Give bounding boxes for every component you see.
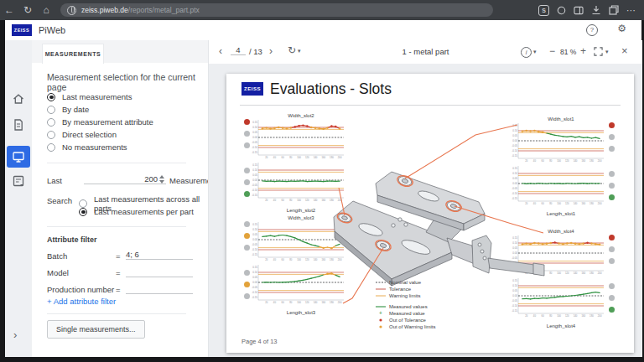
monitoring-icon[interactable]: [12, 150, 25, 163]
home-icon[interactable]: [12, 92, 25, 106]
radio-icon[interactable]: [47, 106, 55, 114]
traffic-light: [605, 115, 617, 168]
svg-text:0.05: 0.05: [252, 173, 257, 177]
radio-by-date[interactable]: By date: [47, 105, 89, 114]
filter-production-number-input[interactable]: [126, 283, 193, 294]
radio-icon[interactable]: [47, 143, 55, 152]
last-count-input[interactable]: 200: [84, 174, 166, 184]
download-icon[interactable]: [591, 5, 601, 15]
svg-text:180: 180: [589, 159, 594, 163]
add-attribute-filter-link[interactable]: + Add attribute filter: [47, 297, 116, 306]
svg-text:20: 20: [525, 314, 528, 318]
filter-batch-input[interactable]: 4; 6: [126, 250, 193, 260]
divider: [47, 226, 186, 227]
tab-measurements[interactable]: MEASUREMENTS: [42, 44, 104, 64]
svg-text:Width_slot3: Width_slot3: [288, 215, 314, 220]
svg-text:100: 100: [297, 301, 301, 304]
browser-home-icon[interactable]: ⌂: [37, 0, 55, 20]
radio-direct-selection[interactable]: Direct selection: [47, 130, 117, 139]
help-icon[interactable]: ?: [586, 24, 598, 36]
split-screen-icon[interactable]: [574, 6, 584, 15]
measurement-chart: Length_slot20.150.100.050.00-0.05-0.10-0…: [252, 160, 345, 214]
address-bar[interactable]: zeiss.piweb.de /reports/metal_part.ptx: [60, 3, 493, 17]
svg-text:120: 120: [305, 199, 309, 202]
traffic-light: [242, 214, 252, 267]
radio-by-measurement-attribute[interactable]: By measurement attribute: [47, 117, 153, 127]
traffic-light-red: [609, 122, 615, 128]
info-caret-icon[interactable]: ▾: [533, 49, 537, 55]
zoom-level: 81 %: [560, 48, 576, 56]
svg-text:140: 140: [574, 272, 578, 275]
radio-label: No measurements: [62, 142, 127, 152]
filter-model-input[interactable]: [126, 266, 193, 277]
zeiss-logo: ZEISS: [12, 24, 32, 36]
traffic-light-red: [244, 119, 250, 125]
svg-text:160: 160: [321, 199, 325, 202]
svg-text:0.05: 0.05: [252, 276, 257, 279]
svg-text:60: 60: [282, 258, 285, 261]
radio-icon[interactable]: [47, 118, 55, 127]
svg-text:80: 80: [289, 258, 293, 261]
info-icon[interactable]: i: [521, 47, 532, 58]
svg-text:100: 100: [297, 156, 301, 159]
radio-icon[interactable]: [47, 131, 55, 139]
form-edit-icon[interactable]: [12, 174, 25, 188]
svg-text:80: 80: [549, 159, 553, 163]
svg-text:200: 200: [338, 156, 342, 159]
traffic-light-orange: [244, 282, 250, 287]
svg-text:140: 140: [314, 199, 318, 202]
divider: [47, 313, 186, 314]
svg-text:60: 60: [282, 301, 285, 304]
single-measurements-button[interactable]: Single measurements...: [47, 320, 145, 339]
stepper-icon[interactable]: [159, 175, 164, 184]
close-icon[interactable]: ×: [621, 44, 628, 57]
svg-text:-0.05: -0.05: [512, 256, 517, 260]
site-info-icon[interactable]: [67, 6, 76, 15]
svg-text:80: 80: [549, 272, 553, 275]
reports-icon[interactable]: [12, 118, 25, 132]
svg-text:0.05: 0.05: [512, 177, 517, 180]
fit-caret-icon[interactable]: ▾: [605, 49, 609, 55]
svg-text:-0.10: -0.10: [512, 304, 517, 308]
search-label: Search: [47, 196, 72, 205]
svg-text:60: 60: [542, 272, 545, 275]
extension-icon[interactable]: S: [538, 5, 549, 16]
traffic-light-orange: [244, 233, 250, 239]
reload-icon[interactable]: ↻: [18, 0, 37, 20]
traffic-light-gray: [609, 283, 615, 289]
radio-icon[interactable]: [47, 93, 55, 101]
svg-text:40: 40: [273, 301, 277, 304]
svg-text:140: 140: [314, 258, 318, 261]
radio-last-measurements[interactable]: Last measurements: [47, 92, 132, 101]
svg-text:0.15: 0.15: [252, 163, 257, 167]
zoom-out-icon[interactable]: −: [549, 45, 555, 57]
zoom-in-icon[interactable]: +: [580, 45, 586, 57]
collections-icon[interactable]: [557, 6, 566, 15]
svg-text:80: 80: [549, 314, 553, 318]
expand-rail-icon[interactable]: ›: [13, 328, 17, 341]
measurement-chart: Length_slot30.150.100.050.00-0.05-0.10-0…: [252, 262, 345, 316]
radio-no-measurements[interactable]: No measurements: [47, 142, 127, 152]
back-icon[interactable]: ←: [0, 0, 18, 20]
svg-text:0.15: 0.15: [252, 121, 257, 124]
fit-to-screen-icon[interactable]: [594, 47, 603, 56]
browser-essentials-icon[interactable]: [609, 5, 619, 15]
screen: ← ↻ ⌂ zeiss.piweb.de /reports/metal_part…: [0, 0, 644, 362]
more-menu-icon[interactable]: ⋯: [626, 5, 636, 16]
gear-icon[interactable]: ⚙: [617, 23, 626, 34]
svg-text:0.10: 0.10: [512, 129, 517, 132]
radio-icon[interactable]: [79, 208, 87, 216]
svg-text:0.00: 0.00: [252, 281, 257, 284]
svg-text:100: 100: [297, 199, 301, 202]
filter-label-batch: Batch: [47, 251, 67, 261]
radio-per-part[interactable]: Last measurements per part: [79, 207, 194, 216]
traffic-light: [242, 160, 252, 214]
traffic-light-green: [609, 307, 615, 313]
radio-label: Last measurements per part: [94, 207, 194, 216]
svg-text:0.10: 0.10: [252, 168, 257, 172]
svg-text:60: 60: [542, 159, 545, 163]
svg-text:-0.15: -0.15: [512, 154, 517, 158]
svg-text:0.15: 0.15: [512, 236, 517, 240]
measurements-panel: MEASUREMENTS Measurement selection for t…: [32, 40, 209, 357]
svg-text:160: 160: [581, 314, 585, 318]
